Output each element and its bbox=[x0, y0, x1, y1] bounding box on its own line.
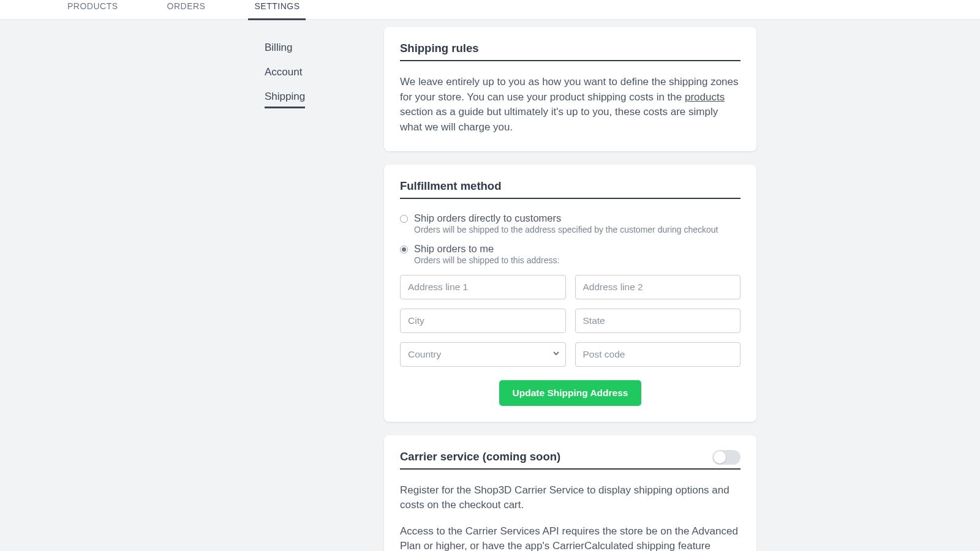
sidemenu-billing[interactable]: Billing bbox=[265, 36, 292, 60]
carrier-title: Carrier service (coming soon) bbox=[400, 450, 560, 468]
carrier-toggle[interactable] bbox=[712, 450, 741, 465]
toggle-knob bbox=[714, 451, 726, 463]
fulfillment-title: Fulfillment method bbox=[400, 179, 741, 198]
radio-direct-label: Ship orders directly to customers bbox=[414, 212, 561, 224]
postcode-input[interactable] bbox=[575, 342, 741, 367]
radio-direct-sub: Orders will be shipped to the address sp… bbox=[414, 225, 741, 234]
top-navigation: PRODUCTS ORDERS SETTINGS bbox=[0, 0, 980, 20]
address-line-2-input[interactable] bbox=[575, 275, 741, 299]
divider bbox=[400, 60, 741, 61]
carrier-service-card: Carrier service (coming soon) Register f… bbox=[384, 435, 756, 551]
sidemenu-account[interactable]: Account bbox=[265, 60, 302, 84]
fulfillment-method-card: Fulfillment method Ship orders directly … bbox=[384, 165, 756, 422]
nav-products[interactable]: PRODUCTS bbox=[61, 1, 124, 18]
sidemenu-shipping[interactable]: Shipping bbox=[265, 84, 305, 108]
divider bbox=[400, 198, 741, 199]
settings-sidemenu: Billing Account Shipping bbox=[0, 27, 263, 551]
state-input[interactable] bbox=[575, 309, 741, 333]
fulfillment-option-direct[interactable]: Ship orders directly to customers Orders… bbox=[400, 212, 741, 234]
radio-to-me-label: Ship orders to me bbox=[414, 243, 494, 255]
country-select[interactable]: Country bbox=[400, 342, 566, 367]
radio-to-me-sub: Orders will be shipped to this address: bbox=[414, 255, 741, 265]
city-input[interactable] bbox=[400, 309, 566, 333]
nav-settings[interactable]: SETTINGS bbox=[248, 1, 306, 20]
nav-orders[interactable]: ORDERS bbox=[161, 1, 212, 18]
update-shipping-address-button[interactable]: Update Shipping Address bbox=[499, 380, 642, 406]
products-link[interactable]: products bbox=[685, 91, 725, 103]
fulfillment-option-to-me[interactable]: Ship orders to me Orders will be shipped… bbox=[400, 243, 741, 265]
carrier-paragraph-1: Register for the Shop3D Carrier Service … bbox=[400, 483, 741, 513]
address-line-1-input[interactable] bbox=[400, 275, 566, 299]
shipping-rules-title: Shipping rules bbox=[400, 42, 741, 60]
carrier-paragraph-2: Access to the Carrier Services API requi… bbox=[400, 524, 741, 551]
shipping-rules-card: Shipping rules We leave entirely up to y… bbox=[384, 27, 756, 151]
main-content: Shipping rules We leave entirely up to y… bbox=[384, 27, 756, 551]
divider bbox=[400, 468, 741, 470]
radio-direct[interactable] bbox=[400, 215, 408, 223]
radio-to-me[interactable] bbox=[400, 246, 408, 253]
shipping-address-form: Country bbox=[400, 275, 741, 367]
shipping-rules-description: We leave entirely up to you as how you w… bbox=[400, 75, 741, 135]
